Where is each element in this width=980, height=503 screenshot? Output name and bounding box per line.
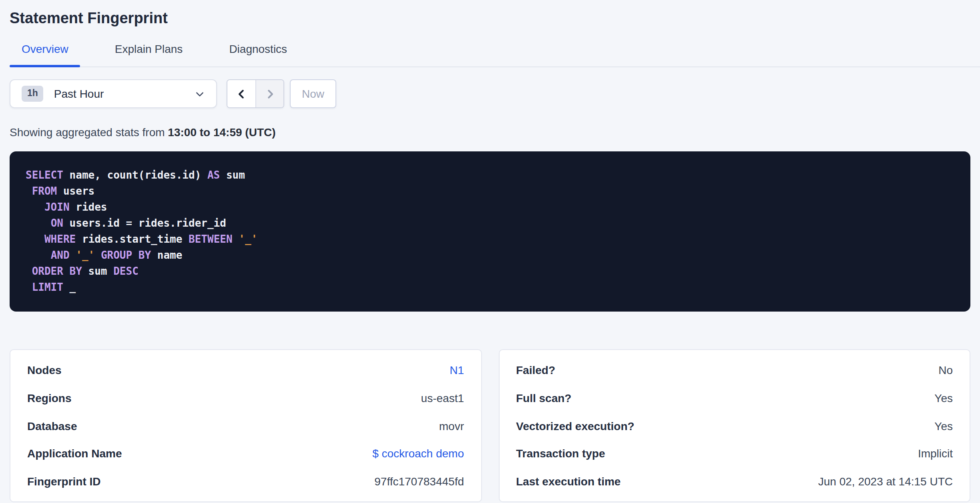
tab-bar: OverviewExplain PlansDiagnostics (10, 38, 980, 67)
summary-label-fingerprint-id: Fingerprint ID (27, 475, 101, 488)
time-interval-label: Past Hour (54, 87, 104, 100)
nodes-link[interactable]: N1 (450, 364, 464, 376)
summary-row-vectorized-execution: Vectorized execution?Yes (516, 419, 953, 432)
transaction-type-value: Implicit (918, 447, 953, 460)
page-content: Statement Fingerprint OverviewExplain Pl… (0, 0, 980, 502)
summary-label-regions: Regions (27, 392, 71, 404)
sql-line: SELECT name, count(rides.id) AS sum (26, 167, 954, 183)
summary-row-last-execution-time: Last execution timeJun 02, 2023 at 14:15… (516, 475, 953, 488)
chevron-down-icon (195, 89, 205, 99)
summary-row-nodes: NodesN1 (27, 364, 464, 376)
time-arrow-group (227, 79, 284, 108)
next-interval-button[interactable] (255, 80, 283, 107)
chevron-right-icon (264, 88, 276, 100)
aggregated-stats-line: Showing aggregated stats from 13:00 to 1… (10, 126, 970, 139)
failed-value: No (938, 364, 953, 376)
summary-label-failed: Failed? (516, 364, 555, 376)
summary-cards: NodesN1Regionsus-east1DatabasemovrApplic… (10, 349, 970, 502)
chevron-left-icon (235, 88, 247, 100)
summary-label-vectorized-execution: Vectorized execution? (516, 419, 635, 432)
sql-statement-box: SELECT name, count(rides.id) AS sum FROM… (10, 151, 970, 312)
vectorized-execution-value: Yes (934, 419, 953, 432)
summary-label-last-execution-time: Last execution time (516, 475, 621, 488)
summary-row-application-name: Application Name$ cockroach demo (27, 447, 464, 460)
tab-diagnostics[interactable]: Diagnostics (217, 38, 299, 66)
now-button[interactable]: Now (290, 79, 336, 108)
sql-line: ORDER BY sum DESC (26, 264, 954, 280)
time-interval-select[interactable]: 1h Past Hour (10, 79, 217, 108)
summary-label-full-scan: Full scan? (516, 392, 571, 404)
sql-line: JOIN rides (26, 199, 954, 215)
database-value: movr (439, 419, 464, 432)
summary-row-database: Databasemovr (27, 419, 464, 432)
sql-line: ON users.id = rides.rider_id (26, 215, 954, 231)
stats-prefix: Showing aggregated stats from (10, 126, 165, 139)
statement-fingerprint-page: Statement Fingerprint OverviewExplain Pl… (0, 0, 980, 503)
time-toolbar: 1h Past Hour Now (10, 79, 970, 108)
sql-line: WHERE rides.start_time BETWEEN '_' (26, 231, 954, 247)
application-name-link[interactable]: $ cockroach demo (372, 447, 464, 460)
page-title: Statement Fingerprint (10, 0, 970, 28)
fingerprint-id-value: 97ffc170783445fd (374, 475, 464, 488)
summary-label-transaction-type: Transaction type (516, 447, 605, 460)
summary-label-application-name: Application Name (27, 447, 122, 460)
prev-interval-button[interactable] (227, 80, 255, 107)
sql-line: FROM users (26, 183, 954, 199)
summary-row-fingerprint-id: Fingerprint ID97ffc170783445fd (27, 475, 464, 488)
summary-row-regions: Regionsus-east1 (27, 392, 464, 404)
sql-line: LIMIT _ (26, 280, 954, 296)
summary-card-right: Failed?NoFull scan?YesVectorized executi… (498, 349, 970, 502)
summary-label-database: Database (27, 419, 77, 432)
time-interval-badge: 1h (22, 86, 44, 102)
tab-overview[interactable]: Overview (10, 38, 80, 66)
last-execution-time-value: Jun 02, 2023 at 14:15 UTC (818, 475, 953, 488)
summary-card-left: NodesN1Regionsus-east1DatabasemovrApplic… (10, 349, 482, 502)
summary-row-failed: Failed?No (516, 364, 953, 376)
tab-explain-plans[interactable]: Explain Plans (103, 38, 195, 66)
stats-time-range: 13:00 to 14:59 (UTC) (168, 126, 275, 139)
sql-line: AND '_' GROUP BY name (26, 247, 954, 264)
full-scan-value: Yes (934, 392, 953, 404)
summary-row-transaction-type: Transaction typeImplicit (516, 447, 953, 460)
regions-value: us-east1 (421, 392, 464, 404)
summary-row-full-scan: Full scan?Yes (516, 392, 953, 404)
summary-label-nodes: Nodes (27, 364, 62, 376)
